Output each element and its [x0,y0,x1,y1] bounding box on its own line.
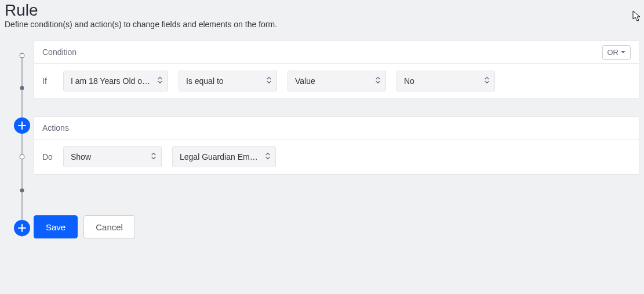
action-target-select[interactable]: Legal Guardian Em… [172,146,276,167]
or-dropdown[interactable]: OR [602,45,631,60]
condition-operator-select[interactable]: Is equal to [179,71,277,91]
svg-point-3 [20,155,24,159]
select-arrows-icon [151,152,157,162]
caret-down-icon [621,51,625,53]
svg-point-4 [20,189,24,193]
condition-field-select[interactable]: I am 18 Years Old o… [63,71,168,91]
actions-header: Actions [34,116,639,139]
cursor-pointer-icon [632,10,643,24]
add-action-button[interactable] [14,220,30,236]
actions-label: Actions [42,123,69,133]
svg-point-1 [20,53,24,58]
condition-value-select[interactable]: No [396,71,495,91]
action-type-select[interactable]: Show [63,146,162,167]
select-arrows-icon [375,76,381,86]
condition-header: Condition OR [34,41,639,64]
save-button[interactable]: Save [34,215,78,238]
select-arrows-icon [265,152,271,162]
action-lead: Do [42,152,53,161]
select-arrows-icon [484,76,490,86]
add-condition-button[interactable] [14,117,30,134]
select-arrows-icon [266,76,272,86]
condition-type-select[interactable]: Value [288,71,386,91]
condition-operator-value: Is equal to [186,76,224,86]
condition-type-value: Value [295,76,315,86]
condition-field-value: I am 18 Years Old o… [71,76,150,86]
action-type-value: Show [71,152,91,161]
action-target-value: Legal Guardian Em… [180,152,258,161]
action-row: Do Show Legal Guardian Em… [34,139,639,175]
cancel-button[interactable]: Cancel [83,215,135,238]
page-subtitle: Define condition(s) and action(s) to cha… [5,20,639,29]
svg-point-2 [20,86,24,90]
condition-row: If I am 18 Years Old o… Is equal to Valu… [34,64,639,99]
select-arrows-icon [157,76,163,86]
condition-value-value: No [404,76,414,86]
page-title: Rule [5,1,639,20]
or-label: OR [607,48,619,57]
condition-label: Condition [42,47,77,57]
condition-lead: If [42,76,53,86]
